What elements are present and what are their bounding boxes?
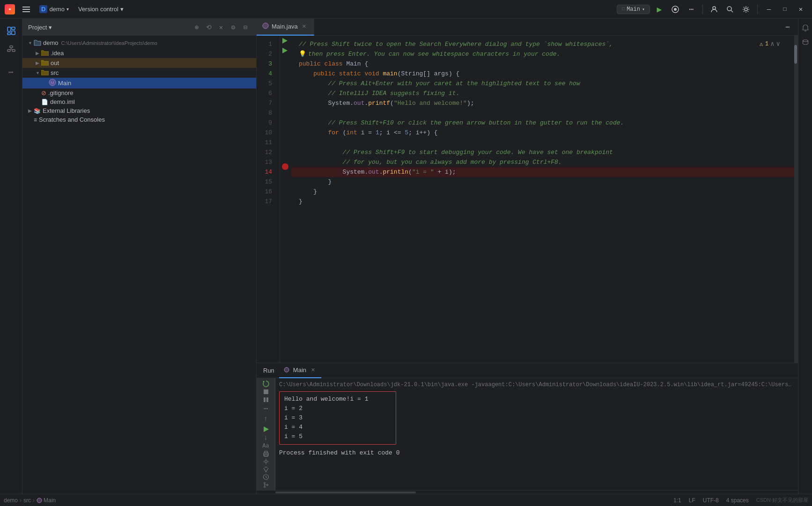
encoding[interactable]: UTF-8 (703, 497, 719, 504)
chevron-up-icon[interactable]: ∧ (770, 39, 774, 49)
tab-label-main-java: Main.java (272, 23, 298, 30)
more-actions-button[interactable]: ⋯ (685, 3, 698, 16)
run-config-selector[interactable]: □ Main ▾ (617, 5, 650, 14)
tree-label-out: out (51, 59, 59, 66)
tab-main-java[interactable]: Main.java ✕ (257, 19, 314, 36)
run-scrollbar[interactable] (257, 490, 798, 494)
tree-item-demo-iml[interactable]: 📄 demo.iml (22, 97, 256, 106)
svg-rect-31 (265, 451, 267, 453)
svg-rect-15 (12, 50, 15, 51)
pause-button[interactable] (259, 396, 273, 403)
clock-button[interactable] (259, 474, 273, 481)
tree-item-scratches[interactable]: ≡ Scratches and Consoles (22, 115, 256, 124)
expand-arrow-demo[interactable]: ▾ (26, 40, 34, 45)
line-ending[interactable]: LF (689, 497, 695, 504)
panel-actions: ⊕ ⟲ ✕ ⚙ ⊟ (192, 22, 251, 32)
account-button[interactable] (708, 3, 721, 16)
close-panel-button[interactable]: ✕ (216, 22, 226, 32)
title-bar: ✦ D demo ▾ Version control ▾ □ Main ▾ ▶ … (0, 0, 812, 19)
run-tab-main-close[interactable]: ✕ (309, 367, 317, 374)
scroll-down-button[interactable]: ↓ (259, 434, 273, 442)
run-tab-main[interactable]: Main ✕ (279, 363, 321, 378)
output-line-2: i = 2 (284, 404, 391, 413)
gutter-run-3[interactable] (281, 36, 288, 45)
clear-button[interactable] (259, 466, 273, 473)
breadcrumb-demo[interactable]: demo (4, 497, 18, 504)
settings-button[interactable] (739, 3, 753, 16)
maximize-button[interactable]: □ (778, 3, 791, 16)
print-button[interactable] (259, 450, 273, 457)
expand-arrow-ext-libs[interactable]: ▶ (26, 108, 34, 113)
menu-hamburger[interactable] (19, 6, 34, 13)
line-num-1: 1 (257, 39, 276, 49)
svg-rect-10 (12, 27, 15, 29)
minimize-button[interactable]: — (762, 3, 775, 16)
tab-bar-right: ⋯ (777, 21, 798, 34)
tree-item-ext-libs[interactable]: ▶ 📚 External Libraries (22, 106, 256, 115)
main-layout: ⋯ Project ▾ ⊕ ⟲ ✕ ⚙ ⊟ ▾ (0, 19, 812, 494)
scroll-up-button[interactable]: ↑ (259, 415, 273, 423)
editor-scrollbar[interactable] (794, 36, 798, 363)
code-line-12: // Press Shift+F9 to start debugging you… (291, 147, 794, 157)
run-tab-run[interactable]: Run (258, 363, 279, 378)
close-button[interactable]: ✕ (794, 3, 807, 16)
notifications-icon[interactable] (800, 22, 811, 34)
gutter-run-4[interactable] (281, 45, 288, 55)
svg-point-8 (745, 8, 747, 11)
breadcrumb-src[interactable]: src (23, 497, 31, 504)
expand-arrow-idea[interactable]: ▶ (34, 51, 41, 56)
rerun-button[interactable] (259, 380, 273, 388)
structure-icon[interactable] (3, 41, 20, 58)
indent-info[interactable]: 4 spaces (726, 497, 749, 504)
run-tabs: Run Main ✕ (257, 363, 798, 378)
search-everywhere-button[interactable] (723, 3, 737, 16)
tree-label-scratches: Scratches and Consoles (39, 116, 105, 123)
tree-item-gitignore[interactable]: ⊘ .gitignore (22, 88, 256, 97)
tree-item-src[interactable]: ▾ src (22, 68, 256, 78)
database-icon[interactable] (800, 37, 811, 48)
breakpoint-14[interactable] (282, 163, 288, 170)
tree-item-main[interactable]: M Main (22, 78, 256, 88)
run-more-button[interactable]: ⋯ (259, 404, 273, 413)
code-line-8 (291, 108, 794, 118)
settings-run-button[interactable] (259, 458, 273, 465)
run-icon-play[interactable] (259, 426, 273, 433)
tree-item-idea[interactable]: ▶ .idea (22, 48, 256, 58)
project-menu-arrow: ▾ (66, 7, 69, 12)
breadcrumb-main[interactable]: Main (37, 497, 56, 504)
tree-item-demo[interactable]: ▾ demo C:\Users\Administrator\IdeaProjec… (22, 37, 256, 48)
project-name-menu[interactable]: D demo ▾ (36, 4, 73, 14)
line-num-2: 2 (257, 49, 276, 59)
more-tools-icon[interactable]: ⋯ (3, 64, 20, 81)
svg-point-21 (263, 23, 268, 29)
project-view-icon[interactable] (3, 22, 20, 39)
tree-item-out[interactable]: ▶ out (22, 58, 256, 68)
tab-close-main-java[interactable]: ✕ (301, 23, 308, 30)
svg-line-18 (11, 49, 14, 50)
gutter: 1 2 3 4 5 6 7 8 9 10 11 12 13 14 (257, 36, 291, 363)
chevron-down-icon[interactable]: ∨ (776, 39, 780, 49)
format-button[interactable]: Aa (259, 443, 273, 450)
expand-arrow-src[interactable]: ▾ (34, 70, 41, 75)
stop-button[interactable] (259, 389, 273, 396)
run-tab-main-icon (284, 367, 289, 374)
cursor-position[interactable]: 1:1 (673, 497, 681, 504)
gear-panel-button[interactable]: ⚙ (228, 22, 238, 32)
expand-arrow-out[interactable]: ▶ (34, 60, 41, 66)
expand-button[interactable]: ⟲ (204, 22, 214, 32)
locate-file-button[interactable]: ⊕ (192, 22, 202, 32)
run-button[interactable]: ▶ (653, 3, 666, 16)
svg-text:M: M (51, 81, 54, 85)
svg-rect-2 (22, 11, 30, 12)
code-line-17: } (291, 197, 794, 206)
code-line-1: // Press Shift twice to open the Search … (291, 39, 794, 49)
editor-more-button[interactable]: ⋯ (781, 21, 794, 34)
line-num-12: 12 (257, 147, 276, 157)
code-line-6: // IntelliJ IDEA suggests fixing it. (291, 88, 794, 98)
branch-button[interactable] (259, 482, 273, 489)
hide-panel-button[interactable]: ⊟ (240, 22, 251, 32)
code-area[interactable]: // Press Shift twice to open the Search … (291, 36, 794, 363)
version-control-menu[interactable]: Version control ▾ (74, 5, 127, 14)
editor-area: Main.java ✕ ⋯ 1 2 3 4 5 (257, 19, 798, 494)
debug-button[interactable] (669, 3, 682, 16)
